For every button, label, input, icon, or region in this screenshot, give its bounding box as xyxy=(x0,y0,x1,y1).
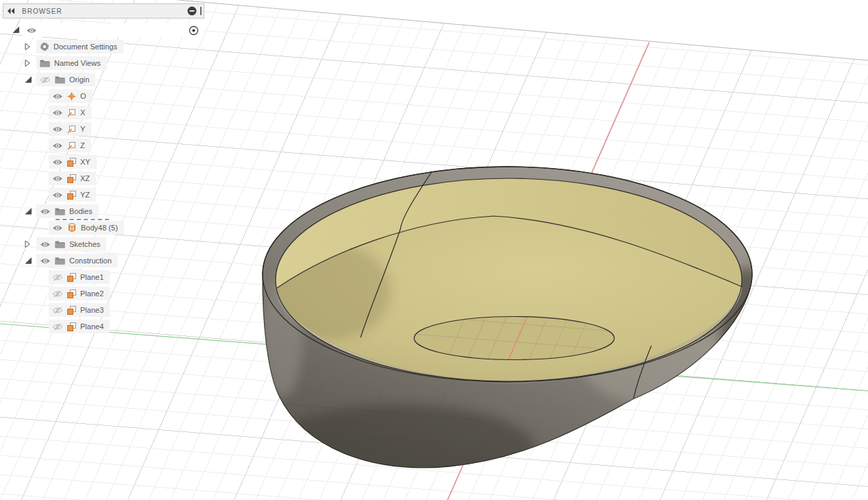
item-label: Plane4 xyxy=(80,322,104,331)
gear-icon xyxy=(40,42,49,51)
fusion-app-window: BROWSER Document Settings Named Views xyxy=(0,0,868,500)
tree-item-root[interactable] xyxy=(0,23,206,38)
panel-resize-grip[interactable] xyxy=(200,7,202,15)
expand-arrow[interactable] xyxy=(25,208,32,215)
tree-item-pill[interactable]: Body48 (5) xyxy=(49,221,124,235)
item-label: Named Views xyxy=(54,59,101,67)
tree-item-pill[interactable]: Document Settings xyxy=(36,40,123,53)
visibility-eye-off-icon[interactable] xyxy=(52,307,63,314)
circle-dot-icon[interactable] xyxy=(189,25,199,36)
item-label: O xyxy=(80,92,86,100)
browser-tree: Document Settings Named Views Origin O X xyxy=(0,38,214,335)
tree-item-plane1[interactable]: Plane1 xyxy=(0,269,214,285)
tree-item-bodies[interactable]: Bodies xyxy=(0,203,214,219)
visibility-eye-icon[interactable] xyxy=(52,109,63,117)
expand-arrow[interactable] xyxy=(25,241,30,248)
folder-icon xyxy=(55,207,65,215)
visibility-eye-off-icon[interactable] xyxy=(52,290,63,298)
tree-item-y[interactable]: Y xyxy=(0,121,214,137)
folder-icon xyxy=(40,59,50,67)
item-label: Origin xyxy=(69,75,89,84)
tree-item-document-settings[interactable]: Document Settings xyxy=(0,38,214,55)
visibility-eye-off-icon[interactable] xyxy=(52,323,63,331)
tree-item-pill[interactable]: Plane4 xyxy=(49,320,110,333)
tree-item-body48-5[interactable]: Body48 (5) xyxy=(0,219,214,236)
tree-item-pill[interactable]: Plane2 xyxy=(49,287,110,300)
item-label: Plane2 xyxy=(80,289,104,298)
visibility-eye-icon[interactable] xyxy=(52,224,63,232)
plane-icon xyxy=(67,322,76,331)
collapse-panel-icon[interactable] xyxy=(7,8,15,14)
visibility-eye-off-icon[interactable] xyxy=(52,274,63,281)
browser-panel-header[interactable]: BROWSER xyxy=(3,3,204,19)
plane-icon xyxy=(67,174,76,183)
visibility-eye-icon[interactable] xyxy=(26,27,37,34)
expand-arrow[interactable] xyxy=(25,76,32,84)
tree-item-pill[interactable]: YZ xyxy=(49,188,96,202)
body48-model[interactable] xyxy=(262,167,773,494)
tree-item-pill[interactable]: Origin xyxy=(36,73,95,86)
tree-item-pill[interactable]: XY xyxy=(49,155,97,169)
tree-item-plane3[interactable]: Plane3 xyxy=(0,302,214,318)
tree-item-pill[interactable]: O xyxy=(49,89,93,103)
plane-icon xyxy=(67,191,76,200)
tree-item-pill[interactable]: Bodies xyxy=(36,204,99,218)
tree-item-pill[interactable]: Plane1 xyxy=(49,270,110,284)
expand-arrow[interactable] xyxy=(25,43,30,51)
tree-item-pill[interactable]: Z xyxy=(49,139,91,152)
tree-item-sketches[interactable]: Sketches xyxy=(0,236,214,252)
visibility-eye-off-icon[interactable] xyxy=(40,76,51,84)
axis-icon xyxy=(67,141,76,150)
item-label: Body48 (5) xyxy=(81,224,118,232)
tree-item-pill[interactable]: Construction xyxy=(36,254,118,267)
folder-icon xyxy=(55,257,65,265)
tree-item-pill[interactable]: Sketches xyxy=(36,237,106,251)
visibility-eye-icon[interactable] xyxy=(52,93,63,100)
hide-all-icon[interactable] xyxy=(187,6,197,16)
item-label: X xyxy=(80,108,85,117)
visibility-eye-icon[interactable] xyxy=(52,175,63,182)
plane-icon xyxy=(67,158,76,167)
item-label: Plane3 xyxy=(80,306,104,314)
origin-point-icon xyxy=(67,92,76,101)
tree-item-named-views[interactable]: Named Views xyxy=(0,55,214,71)
visibility-eye-icon[interactable] xyxy=(52,191,63,199)
visibility-eye-icon[interactable] xyxy=(40,241,51,248)
tree-item-o[interactable]: O xyxy=(0,88,214,104)
tree-item-origin[interactable]: Origin xyxy=(0,71,214,88)
plane-icon xyxy=(67,289,76,298)
plane-icon xyxy=(67,306,76,315)
expand-arrow[interactable] xyxy=(12,26,20,34)
visibility-eye-icon[interactable] xyxy=(52,142,63,150)
tree-item-plane4[interactable]: Plane4 xyxy=(0,318,214,335)
item-label: YZ xyxy=(80,191,90,199)
tree-item-xy[interactable]: XY xyxy=(0,154,214,170)
item-label: Plane1 xyxy=(80,273,104,281)
tree-item-construction[interactable]: Construction xyxy=(0,252,214,269)
item-label: Construction xyxy=(69,257,112,265)
tree-item-pill[interactable]: Plane3 xyxy=(49,303,110,317)
visibility-eye-icon[interactable] xyxy=(40,257,51,265)
tree-item-yz[interactable]: YZ xyxy=(0,187,214,203)
tree-item-z[interactable]: Z xyxy=(0,137,214,154)
tree-item-pill[interactable]: Named Views xyxy=(36,56,107,70)
item-label: XY xyxy=(80,158,91,166)
tree-item-pill[interactable]: X xyxy=(49,106,91,119)
axis-icon xyxy=(67,108,76,117)
item-label: Y xyxy=(80,125,85,133)
tree-item-pill[interactable]: Y xyxy=(49,122,91,136)
tree-item-plane2[interactable]: Plane2 xyxy=(0,285,214,302)
visibility-eye-icon[interactable] xyxy=(40,208,51,215)
tree-item-pill[interactable]: XZ xyxy=(49,171,96,185)
root-document-row[interactable] xyxy=(23,23,203,37)
axis-icon xyxy=(67,125,76,134)
item-label: Bodies xyxy=(69,207,93,215)
expand-arrow[interactable] xyxy=(25,257,32,265)
visibility-eye-icon[interactable] xyxy=(52,158,63,166)
panel-title: BROWSER xyxy=(22,8,62,15)
item-label: XZ xyxy=(80,174,90,182)
tree-item-x[interactable]: X xyxy=(0,104,214,121)
tree-item-xz[interactable]: XZ xyxy=(0,170,214,187)
visibility-eye-icon[interactable] xyxy=(52,126,63,133)
expand-arrow[interactable] xyxy=(25,60,30,67)
